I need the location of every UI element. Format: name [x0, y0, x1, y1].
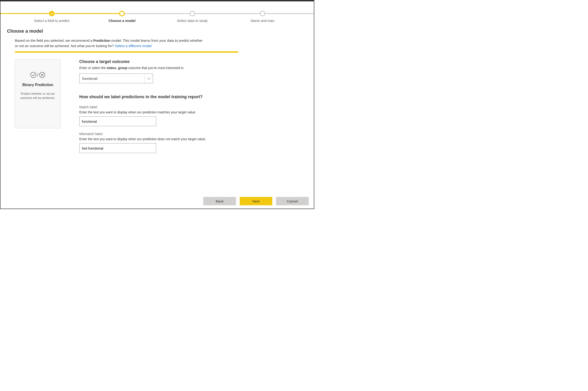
stepper: Select a field to predict Choose a model…	[0, 8, 314, 27]
target-outcome-sub: Enter or select the status_group outcome…	[79, 66, 238, 70]
step-circle-todo-icon	[190, 11, 195, 16]
step-3[interactable]: Select data to study	[169, 8, 216, 23]
match-label-label: Match label	[79, 105, 238, 109]
check-cross-icon: /	[18, 72, 58, 78]
step-label: Select data to study	[177, 19, 208, 23]
mismatch-label-desc: Enter the text you want to display when …	[79, 137, 238, 141]
step-circle-done-icon	[49, 11, 55, 16]
page-title: Choose a model	[7, 28, 307, 34]
step-4[interactable]: Name and train	[239, 8, 286, 23]
cancel-button[interactable]: Cancel	[276, 197, 309, 205]
target-outcome-dropdown[interactable]: functional	[79, 74, 153, 83]
dropdown-value: functional	[82, 77, 97, 81]
select-different-model-link[interactable]: Select a different model	[115, 44, 151, 48]
step-circle-current-icon	[119, 11, 125, 16]
target-outcome-heading: Choose a target outcome	[79, 59, 238, 64]
svg-point-0	[31, 72, 36, 78]
match-label-desc: Enter the text you want to display when …	[79, 110, 238, 114]
wizard-dialog: Select a field to predict Choose a model…	[0, 0, 314, 209]
mismatch-label-label: Mismatch label	[79, 132, 238, 136]
match-label-input[interactable]	[79, 116, 156, 126]
labels-heading: How should we label predictions in the m…	[79, 95, 238, 99]
next-button[interactable]: Next	[240, 197, 272, 205]
mismatch-label-input[interactable]	[79, 143, 156, 153]
target-sub-pre: Enter or select the	[79, 66, 107, 70]
intro-text: Based on the field you selected, we reco…	[15, 38, 206, 49]
target-sub-post: outcome that you're most interested in.	[127, 66, 184, 70]
back-button[interactable]: Back	[203, 197, 236, 205]
step-label: Choose a model	[108, 19, 136, 23]
dialog-top-border	[0, 0, 314, 1]
card-desc: Predict whether or not an outcome will b…	[18, 92, 58, 100]
step-1[interactable]: Select a field to predict	[28, 8, 75, 23]
target-sub-bold: status_group	[107, 66, 128, 70]
intro-prefix: Based on the field you selected, we reco…	[15, 38, 93, 42]
step-label: Select a field to predict	[34, 19, 70, 23]
model-card-binary-prediction[interactable]: / Binary Prediction Predict whether or n…	[15, 59, 61, 128]
accent-bar	[15, 51, 238, 53]
chevron-down-icon	[144, 74, 153, 83]
step-label: Name and train	[251, 19, 275, 23]
step-circle-todo-icon	[260, 11, 265, 16]
intro-bold: Prediction	[93, 38, 110, 42]
card-title: Binary Prediction	[18, 83, 58, 87]
step-2[interactable]: Choose a model	[99, 8, 145, 23]
form-column: Choose a target outcome Enter or select …	[79, 59, 238, 159]
footer-buttons: Back Next Cancel	[203, 197, 309, 205]
